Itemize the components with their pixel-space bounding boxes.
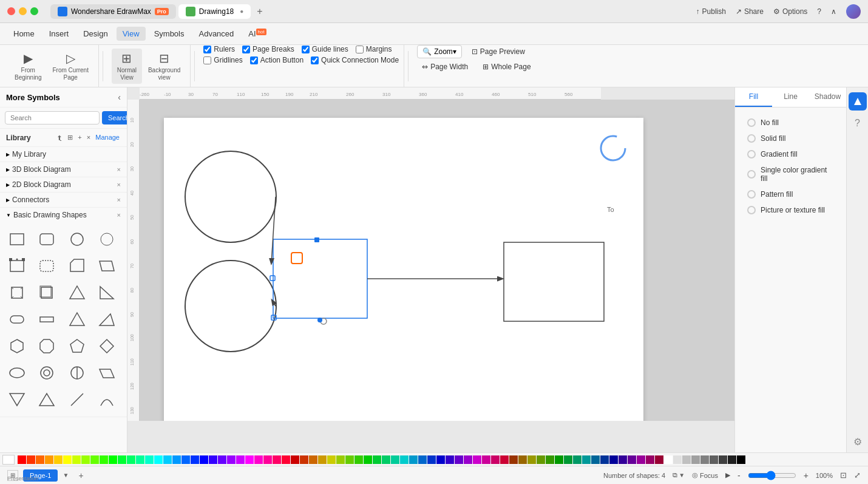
shape-octagon[interactable] <box>35 334 59 358</box>
color-swatch[interactable] <box>546 455 554 464</box>
color-indicator[interactable] <box>2 455 15 465</box>
shape-rect-dotted2[interactable] <box>35 254 59 278</box>
color-swatch[interactable] <box>191 455 199 464</box>
from-current-page-button[interactable]: ▷ From CurrentPage <box>47 49 93 84</box>
shape-half-circle[interactable] <box>65 361 89 385</box>
shape-circle[interactable] <box>65 227 89 251</box>
shape-ring[interactable] <box>35 361 59 385</box>
shape-pentagon[interactable] <box>65 334 89 358</box>
minimize-traffic-light[interactable] <box>19 7 27 15</box>
color-swatch[interactable] <box>373 455 381 464</box>
from-beginning-button[interactable]: ▶ FromBeginning <box>10 49 46 84</box>
menu-symbols[interactable]: Symbols <box>148 27 191 41</box>
color-swatch[interactable] <box>637 455 645 464</box>
fill-option-gradient[interactable]: Gradient fill <box>742 146 839 162</box>
color-swatch[interactable] <box>737 455 745 464</box>
color-swatch[interactable] <box>336 455 345 464</box>
menu-home[interactable]: Home <box>7 27 41 41</box>
color-swatch[interactable] <box>446 455 454 464</box>
fill-radio-no-fill[interactable] <box>747 118 756 127</box>
color-swatch[interactable] <box>646 455 654 464</box>
color-swatch[interactable] <box>509 455 518 464</box>
zoom-out-button[interactable]: - <box>737 471 741 480</box>
app-tab-edrawmax[interactable]: Wondershare EdrawMax Pro <box>50 4 176 19</box>
shape-right-triangle[interactable] <box>95 281 119 305</box>
color-swatch[interactable] <box>464 455 472 464</box>
section-2d-block-header[interactable]: ▶ 2D Block Diagram × <box>0 177 127 192</box>
color-swatch[interactable] <box>728 455 736 464</box>
color-swatch[interactable] <box>273 455 281 464</box>
rulers-checkbox[interactable]: Rulers <box>203 45 235 53</box>
shape-rect-plain[interactable] <box>5 227 29 251</box>
share-button[interactable]: ↗ Share <box>736 7 764 16</box>
color-swatch[interactable] <box>254 455 263 464</box>
normal-view-button[interactable]: ⊞ NormalView <box>112 49 142 84</box>
fill-radio-pattern[interactable] <box>747 190 756 199</box>
shape-beveled[interactable] <box>5 281 29 305</box>
zoom-dropdown-button[interactable]: 🔍 Zoom▾ <box>417 45 462 58</box>
color-swatch[interactable] <box>655 455 663 464</box>
color-swatch[interactable] <box>209 455 217 464</box>
fill-panel-icon-button[interactable] <box>849 92 867 111</box>
canvas-area[interactable]: -260 -10 30 70 110 150 190 210 260 310 3… <box>127 87 734 452</box>
section-3d-close-button[interactable]: × <box>117 166 121 173</box>
color-swatch[interactable] <box>700 455 709 464</box>
shape-triangle[interactable] <box>65 281 89 305</box>
help-button[interactable]: ? <box>817 7 821 16</box>
color-swatch[interactable] <box>619 455 627 464</box>
fill-option-single-color-gradient[interactable]: Single color gradient fill <box>742 162 839 186</box>
action-button-input[interactable] <box>250 56 258 64</box>
menu-design[interactable]: Design <box>77 27 114 41</box>
drawing-paper[interactable] <box>164 118 643 421</box>
shape-parallelogram2[interactable] <box>95 361 119 385</box>
fill-radio-gradient[interactable] <box>747 150 756 158</box>
section-3d-block-header[interactable]: ▶ 3D Block Diagram × <box>0 162 127 177</box>
tab-close-button[interactable]: ● <box>240 8 243 15</box>
whole-page-button[interactable]: ⊞ Whole Page <box>478 61 535 73</box>
color-swatch[interactable] <box>382 455 390 464</box>
color-swatch[interactable] <box>436 455 445 464</box>
fill-radio-single-color-gradient[interactable] <box>747 170 756 179</box>
gridlines-input[interactable] <box>203 56 211 64</box>
color-swatch[interactable] <box>582 455 591 464</box>
page-width-button[interactable]: ⇔ Page Width <box>417 61 473 73</box>
rulers-input[interactable] <box>203 46 211 53</box>
shape-rect-dotted[interactable] <box>5 254 29 278</box>
color-swatch[interactable] <box>154 455 163 464</box>
color-swatch[interactable] <box>427 455 436 464</box>
tab-line[interactable]: Line <box>772 87 809 107</box>
color-swatch[interactable] <box>537 455 545 464</box>
guide-lines-checkbox[interactable]: Guide lines <box>302 45 348 53</box>
quick-connection-checkbox[interactable]: Quick Connection Mode <box>311 56 399 64</box>
shape-double-rect[interactable] <box>35 281 59 305</box>
color-swatch[interactable] <box>409 455 418 464</box>
page-breaks-checkbox[interactable]: Page Breaks <box>242 45 294 53</box>
guide-lines-input[interactable] <box>302 46 310 53</box>
library-action-add[interactable]: + <box>76 132 83 143</box>
margins-checkbox[interactable]: Margins <box>356 45 392 53</box>
traffic-lights[interactable] <box>7 7 38 15</box>
color-swatch[interactable] <box>673 455 682 464</box>
color-swatch[interactable] <box>391 455 399 464</box>
section-basic-shapes-header[interactable]: ▼ Basic Drawing Shapes × <box>0 208 127 222</box>
color-swatch[interactable] <box>300 455 308 464</box>
color-swatch[interactable] <box>136 455 144 464</box>
color-swatch[interactable] <box>36 455 44 464</box>
section-2d-close-button[interactable]: × <box>117 181 121 188</box>
help-panel-icon-button[interactable]: ? <box>849 114 867 132</box>
options-button[interactable]: ⚙ Options <box>773 7 807 16</box>
search-input[interactable] <box>5 111 100 124</box>
color-swatch[interactable] <box>45 455 53 464</box>
color-swatch[interactable] <box>282 455 290 464</box>
fill-option-pattern[interactable]: Pattern fill <box>742 186 839 202</box>
color-swatch[interactable] <box>564 455 572 464</box>
color-swatch[interactable] <box>691 455 700 464</box>
color-swatch[interactable] <box>127 455 135 464</box>
section-connectors-header[interactable]: ▶ Connectors × <box>0 193 127 207</box>
margins-input[interactable] <box>356 46 364 53</box>
color-swatch[interactable] <box>710 455 718 464</box>
shape-triangle-iso[interactable] <box>65 307 89 332</box>
gridlines-checkbox[interactable]: Gridlines <box>203 56 242 64</box>
tab-fill[interactable]: Fill <box>735 87 772 107</box>
color-swatch[interactable] <box>263 455 272 464</box>
